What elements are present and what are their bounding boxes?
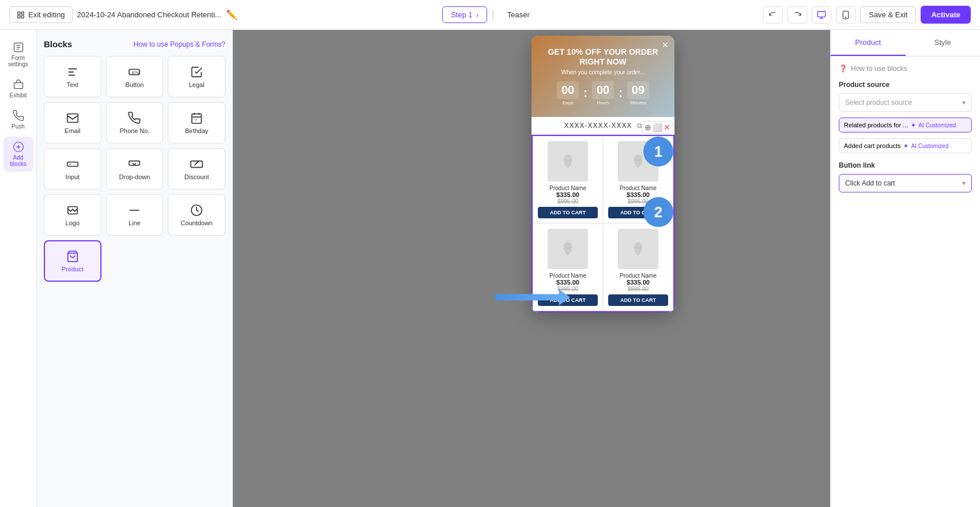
popup-headline: GET 10% OFF YOUR ORDER RIGHT NOW bbox=[541, 47, 665, 67]
product-price-2: $335.00 bbox=[627, 191, 650, 198]
countdown-days-value: 00 bbox=[557, 81, 579, 99]
sidebar-item-push[interactable]: Push bbox=[3, 105, 33, 134]
svg-rect-17 bbox=[191, 161, 202, 167]
button-link-select[interactable]: Click Add to cart ▾ bbox=[839, 174, 972, 192]
added-cart-item[interactable]: Added cart products ✦ AI Customized bbox=[839, 138, 972, 153]
redo-button[interactable] bbox=[787, 6, 807, 24]
product-price-1: $335.00 bbox=[556, 191, 579, 198]
exit-label: Exit editing bbox=[28, 10, 65, 19]
activate-button[interactable]: Activate bbox=[921, 6, 971, 24]
blocks-grid: Text BTN Button Legal Email Phone No. bbox=[44, 56, 225, 282]
undo-button[interactable] bbox=[763, 6, 783, 24]
how-to-link[interactable]: How to use Popups & Forms? bbox=[134, 40, 225, 48]
right-panel-body: ❓ How to use blocks Product source Selec… bbox=[831, 56, 980, 507]
help-text: How to use blocks bbox=[851, 65, 907, 73]
countdown-sep1: : bbox=[583, 81, 587, 105]
main-layout: Form settings Exhibit Push Add blocks Bl… bbox=[0, 30, 980, 507]
block-email[interactable]: Email bbox=[44, 102, 101, 143]
teaser-label: Teaser bbox=[507, 10, 530, 19]
product-name-4: Product Name bbox=[620, 273, 657, 279]
svg-rect-0 bbox=[18, 12, 20, 14]
topbar-right: Save & Exit Activate bbox=[545, 6, 971, 24]
step-button[interactable]: Step 1 › bbox=[442, 6, 487, 23]
block-dropdown[interactable]: Drop-down bbox=[106, 148, 164, 190]
popup-preview: ✕ GET 10% OFF YOUR ORDER RIGHT NOW When … bbox=[532, 36, 674, 312]
block-legal[interactable]: Legal bbox=[168, 56, 225, 97]
popup-subtext: When you complete your order... bbox=[561, 69, 645, 75]
block-product[interactable]: Product bbox=[44, 240, 101, 282]
block-text[interactable]: Text bbox=[44, 56, 101, 97]
grid-tool-move[interactable]: ⊕ bbox=[644, 123, 651, 132]
tab-product[interactable]: Product bbox=[831, 30, 906, 56]
sidebar-item-add-blocks-label: Add blocks bbox=[6, 154, 31, 167]
grid-tool-delete[interactable]: ✕ bbox=[664, 123, 670, 132]
blocks-title: Blocks bbox=[44, 39, 72, 49]
countdown-hours-label: Hours bbox=[592, 100, 614, 105]
mobile-view-button[interactable] bbox=[836, 6, 855, 24]
block-birthday[interactable]: 7 Birthday bbox=[168, 102, 225, 143]
product-card-1: Product Name $335.00 $995.00 Add To Cart bbox=[533, 136, 603, 224]
chevron-down-icon: ▾ bbox=[962, 99, 966, 107]
exit-button[interactable]: Exit editing bbox=[9, 6, 73, 23]
badge-2: 2 bbox=[643, 197, 673, 227]
teaser-button[interactable]: Teaser bbox=[499, 7, 538, 22]
add-to-cart-1[interactable]: Add To Cart bbox=[538, 207, 598, 218]
added-cart-option[interactable]: Added cart products ✦ AI Customized bbox=[839, 138, 972, 153]
help-row[interactable]: ❓ How to use blocks bbox=[839, 65, 972, 73]
block-logo[interactable]: Logo bbox=[44, 194, 101, 236]
ai-badge-1: ✦ bbox=[911, 122, 915, 128]
product-img-1 bbox=[548, 141, 588, 181]
block-countdown[interactable]: Countdown bbox=[168, 194, 225, 236]
related-products-item[interactable]: Related products for ... ✦ AI Customized bbox=[839, 118, 972, 133]
block-input[interactable]: Input bbox=[44, 148, 101, 190]
sidebar-item-add-blocks[interactable]: Add blocks bbox=[3, 137, 33, 172]
right-panel-tabs: Product Style bbox=[831, 30, 980, 56]
sidebar-item-exhibit-label: Exhibit bbox=[9, 92, 27, 99]
svg-text:7: 7 bbox=[195, 118, 197, 122]
svg-rect-2 bbox=[18, 16, 20, 18]
product-name-3: Product Name bbox=[549, 273, 586, 279]
chevron-right-icon: › bbox=[476, 10, 478, 19]
sidebar-item-form-settings-label: Form settings bbox=[6, 55, 31, 67]
block-button-label: Button bbox=[126, 81, 144, 88]
svg-rect-8 bbox=[14, 83, 22, 89]
edit-icon[interactable]: ✏️ bbox=[226, 9, 238, 20]
ai-customized-2: AI Customized bbox=[911, 143, 948, 149]
product-source-select[interactable]: Select product source ▾ bbox=[839, 93, 972, 112]
block-countdown-label: Countdown bbox=[180, 220, 213, 226]
block-discount-label: Discount bbox=[184, 173, 209, 180]
product-name-2: Product Name bbox=[620, 185, 657, 191]
popup-close-button[interactable]: ✕ bbox=[662, 40, 669, 50]
related-products-option[interactable]: Related products for ... ✦ AI Customized bbox=[839, 118, 972, 133]
added-cart-label: Added cart products bbox=[844, 142, 900, 149]
svg-rect-4 bbox=[818, 12, 826, 17]
sidebar-item-exhibit[interactable]: Exhibit bbox=[3, 74, 33, 103]
block-line[interactable]: Line bbox=[106, 194, 164, 236]
block-button[interactable]: BTN Button bbox=[106, 56, 164, 97]
canvas-area: ✕ GET 10% OFF YOUR ORDER RIGHT NOW When … bbox=[233, 30, 830, 507]
countdown-days-label: Days bbox=[557, 100, 579, 105]
sidebar-item-form-settings[interactable]: Form settings bbox=[3, 37, 33, 72]
ai-customized-1: AI Customized bbox=[918, 122, 956, 128]
block-legal-label: Legal bbox=[189, 81, 205, 88]
drag-arrow bbox=[495, 289, 570, 305]
tab-style[interactable]: Style bbox=[906, 30, 981, 56]
block-input-label: Input bbox=[66, 173, 80, 180]
add-to-cart-4[interactable]: Add To Cart bbox=[608, 294, 668, 306]
block-line-label: Line bbox=[129, 220, 141, 226]
save-label: Save & Exit bbox=[869, 10, 907, 19]
button-link-label: Button link bbox=[839, 161, 972, 169]
countdown-minutes-value: 09 bbox=[627, 81, 649, 99]
grid-tool-resize[interactable]: ⬜ bbox=[653, 123, 662, 132]
product-orig-price-4: $995.00 bbox=[628, 286, 649, 292]
block-discount[interactable]: Discount bbox=[168, 148, 225, 190]
save-exit-button[interactable]: Save & Exit bbox=[860, 6, 916, 23]
popup-header: ✕ GET 10% OFF YOUR ORDER RIGHT NOW When … bbox=[532, 36, 674, 117]
product-img-4 bbox=[618, 229, 658, 269]
countdown-sep2: : bbox=[619, 81, 623, 105]
block-phone[interactable]: Phone No. bbox=[106, 102, 164, 143]
desktop-view-button[interactable] bbox=[812, 6, 831, 24]
topbar-left: Exit editing 2024-10-24 Abandoned Checko… bbox=[9, 6, 435, 23]
coupon-code: XXXX-XXXX-XXXX bbox=[564, 122, 632, 130]
countdown-hours: 00 Hours bbox=[592, 81, 614, 105]
